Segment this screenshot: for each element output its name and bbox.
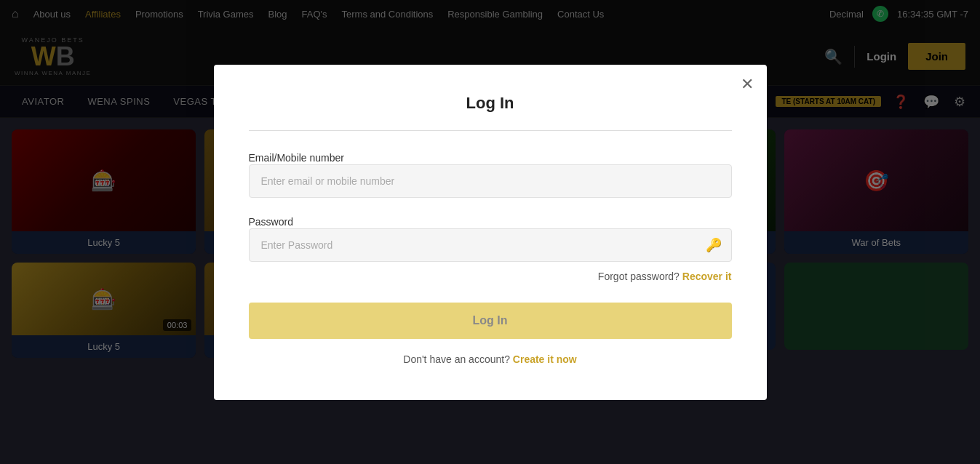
login-submit-button[interactable]: Log In [249,303,732,339]
modal-overlay: ✕ Log In Email/Mobile number Password 🔑 … [0,0,980,464]
email-input[interactable] [249,164,732,198]
forgot-text: Forgot password? [598,271,680,282]
create-account-row: Don't have an account? Create it now [249,353,732,365]
create-account-link[interactable]: Create it now [513,353,577,365]
password-input[interactable] [249,228,732,262]
modal-close-button[interactable]: ✕ [741,75,754,94]
no-account-text: Don't have an account? [403,353,510,365]
email-field-label: Email/Mobile number [249,152,345,164]
password-field-label: Password [249,216,293,228]
modal-title: Log In [249,94,732,113]
forgot-password-row: Forgot password? Recover it [249,271,732,282]
password-wrapper: 🔑 [249,228,732,262]
key-icon: 🔑 [706,237,722,253]
modal-divider [249,130,732,131]
login-modal: ✕ Log In Email/Mobile number Password 🔑 … [214,65,767,400]
recover-link[interactable]: Recover it [682,271,732,282]
